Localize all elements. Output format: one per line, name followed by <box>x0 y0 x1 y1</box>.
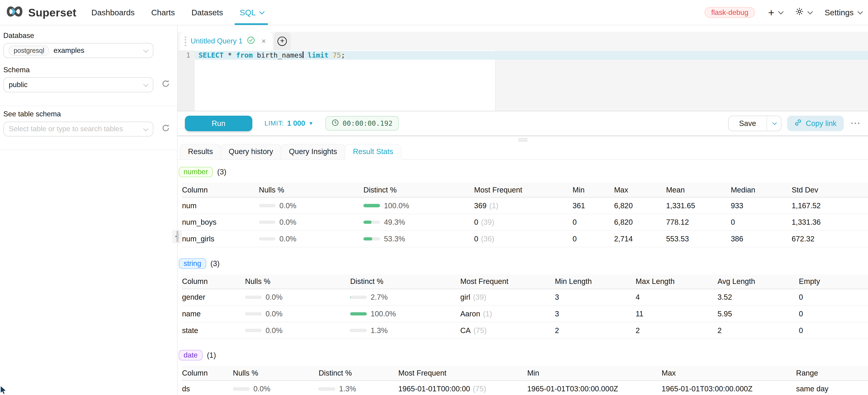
sun-icon <box>795 7 804 18</box>
editor-toolbar: Run LIMIT: 1 000 ▼ 00:00:00.192 <box>178 111 868 136</box>
chevron-down-icon <box>807 9 813 14</box>
chevron-down-icon <box>143 48 149 53</box>
column-header: Distinct % <box>363 186 474 194</box>
type-tag-date: date <box>179 350 203 360</box>
sql-code-editor[interactable]: 1 SELECT * from birth_names limit 75; <box>178 50 868 111</box>
chevron-down-icon <box>772 120 777 125</box>
column-header: Most Frequent <box>398 369 527 377</box>
tab-query-insights[interactable]: Query Insights <box>281 144 345 160</box>
column-header: Max <box>662 369 796 377</box>
clock-icon <box>332 118 339 128</box>
scrollbar-thumb[interactable] <box>177 231 178 242</box>
nav-item-sql[interactable]: SQL <box>240 0 263 25</box>
result-stats-panel: number (3) Column Nulls % Distinct % Mos… <box>178 159 868 395</box>
editor-gutter: 1 <box>178 50 195 111</box>
chevron-down-icon <box>259 9 265 14</box>
schema-label: Schema <box>3 66 177 74</box>
column-header: Max <box>614 186 666 194</box>
settings-label: Settings <box>825 8 854 17</box>
results-tabbar: Results Query history Query Insights Res… <box>178 144 868 159</box>
column-header: Mean <box>666 186 731 194</box>
divider <box>0 105 181 106</box>
column-header: Distinct % <box>350 277 460 286</box>
query-tab-title: Untitled Query 1 <box>191 37 243 45</box>
nulls-bar <box>245 296 262 299</box>
table-row: num_boys 0.0% 49.3% 0(39) 0 6,820 778.12… <box>182 214 868 231</box>
column-name: name <box>182 309 245 318</box>
distinct-bar <box>363 204 380 207</box>
new-menu[interactable]: + <box>768 7 782 18</box>
chevron-down-icon <box>858 9 863 14</box>
pane-divider <box>178 135 868 136</box>
resize-drag-handle[interactable] <box>518 139 527 143</box>
distinct-bar <box>350 329 367 332</box>
database-label: Database <box>3 32 177 40</box>
stats-section-number: number (3) Column Nulls % Distinct % Mos… <box>179 167 868 248</box>
save-button[interactable]: Save <box>728 116 767 131</box>
distinct-bar <box>350 296 367 299</box>
column-header: Column <box>182 277 245 286</box>
environment-badge: flask-debug <box>705 7 755 18</box>
table-row: ds 0.0% 1.3% 1965-01-01T00:00:00(75) 196… <box>182 381 868 395</box>
elapsed-time: 00:00:00.192 <box>343 119 393 127</box>
table-row: gender 0.0% 2.7% girl(39) 3 4 3.52 0 <box>182 289 868 306</box>
limit-value: 1 000 <box>287 119 305 127</box>
table-select[interactable]: Select table or type to search tables <box>3 122 153 136</box>
table-row: num 0.0% 100.0% 369(1) 361 6,820 1,331.6… <box>182 198 868 214</box>
column-header: Median <box>731 186 792 194</box>
distinct-bar <box>350 312 367 316</box>
superset-sql-lab: Superset Dashboards Charts Datasets SQL … <box>0 0 868 395</box>
column-count: (1) <box>207 351 216 360</box>
type-tag-number: number <box>179 167 213 177</box>
settings-menu[interactable]: Settings <box>825 8 861 17</box>
table-row: state 0.0% 1.3% CA(75) 2 2 2 0 <box>182 322 868 339</box>
tab-results[interactable]: Results <box>180 144 221 160</box>
table-header-row: Column Nulls % Distinct % Most Frequent … <box>182 183 868 198</box>
save-options-button[interactable] <box>767 116 781 131</box>
schema-select[interactable]: public <box>3 77 153 92</box>
copy-link-button[interactable]: Copy link <box>787 116 844 131</box>
column-count: (3) <box>217 168 226 176</box>
tab-result-stats[interactable]: Result Stats <box>345 144 401 160</box>
nulls-bar <box>259 204 276 207</box>
add-query-tab-button[interactable]: + <box>274 32 291 50</box>
stats-section-string: string (3) Column Nulls % Distinct % Mos… <box>179 258 868 339</box>
nav-item-datasets[interactable]: Datasets <box>191 0 223 25</box>
column-header: Most Frequent <box>460 277 555 286</box>
table-row: num_girls 0.0% 53.3% 0(36) 0 2,714 553.5… <box>182 231 868 247</box>
nulls-bar <box>259 221 276 224</box>
body: Database postgresql examples Schema publ… <box>0 25 868 395</box>
run-button[interactable]: Run <box>185 116 252 131</box>
brand-name: Superset <box>28 6 76 19</box>
column-header: Column <box>182 186 259 194</box>
check-circle-icon <box>247 36 255 46</box>
nav-item-dashboards[interactable]: Dashboards <box>91 0 134 25</box>
theme-toggle[interactable] <box>795 7 811 18</box>
date-stats-table: Column Nulls % Distinct % Most Frequent … <box>182 366 868 395</box>
more-options-button[interactable]: ··· <box>851 119 861 128</box>
query-timer: 00:00:00.192 <box>326 116 398 130</box>
close-icon[interactable]: × <box>261 37 266 45</box>
copy-link-label: Copy link <box>806 119 836 128</box>
database-value: examples <box>54 47 84 55</box>
superset-brand[interactable]: Superset <box>5 6 76 20</box>
query-tab[interactable]: Untitled Query 1 × <box>180 32 273 50</box>
tab-query-history[interactable]: Query history <box>221 144 281 160</box>
caret-down-icon: ▼ <box>309 120 314 126</box>
nav-item-charts[interactable]: Charts <box>151 0 175 25</box>
column-name: num_girls <box>182 235 259 243</box>
column-name: num <box>182 202 259 210</box>
plus-icon: + <box>768 7 774 18</box>
refresh-schemas-icon[interactable] <box>162 80 170 90</box>
column-header: Empty <box>799 277 868 286</box>
limit-dropdown[interactable]: LIMIT: 1 000 ▼ <box>265 119 313 127</box>
table-select-placeholder: Select table or type to search tables <box>9 125 123 133</box>
sql-statement: SELECT * from birth_names limit 75; <box>198 51 345 60</box>
column-header: Most Frequent <box>474 186 572 194</box>
refresh-tables-icon[interactable] <box>162 124 170 134</box>
database-select[interactable]: postgresql examples <box>3 43 153 58</box>
sql-lab-sidebar: Database postgresql examples Schema publ… <box>0 25 178 395</box>
divider <box>0 150 181 150</box>
distinct-bar <box>318 387 335 391</box>
type-tag-string: string <box>179 258 206 269</box>
